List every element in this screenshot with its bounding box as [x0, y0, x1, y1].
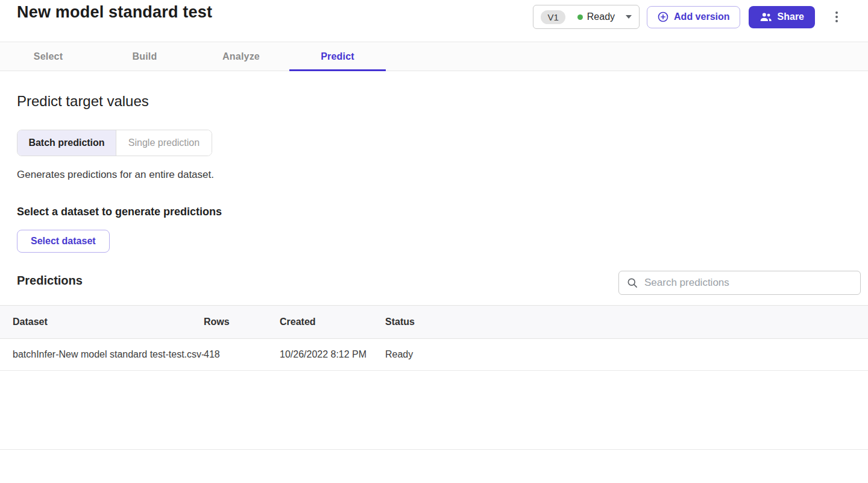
single-prediction-toggle[interactable]: Single prediction — [116, 130, 212, 156]
people-icon — [760, 11, 772, 22]
add-version-button[interactable]: Add version — [647, 6, 740, 28]
circle-plus-icon — [657, 11, 669, 23]
batch-prediction-toggle[interactable]: Batch prediction — [17, 130, 116, 156]
cell-dataset: batchInfer-New model standard test-test.… — [0, 349, 204, 360]
page-title: New model standard test — [17, 0, 212, 24]
predictions-table: Dataset Rows Created Status batchInfer-N… — [0, 305, 868, 371]
version-badge: V1 — [541, 10, 565, 24]
search-predictions-input[interactable] — [644, 277, 853, 289]
share-label: Share — [778, 11, 804, 22]
predict-panel: Predict target values Batch prediction S… — [0, 93, 868, 450]
tab-bar: Select Build Analyze Predict — [0, 42, 868, 71]
predictions-header-row: Predictions — [17, 271, 868, 295]
tab-select-label: Select — [34, 51, 63, 62]
batch-prediction-label: Batch prediction — [28, 137, 104, 148]
predictions-title: Predictions — [17, 274, 83, 288]
tab-predict-label: Predict — [321, 51, 354, 62]
column-header-created: Created — [280, 317, 385, 327]
tab-predict[interactable]: Predict — [289, 42, 386, 71]
select-dataset-heading: Select a dataset to generate predictions — [17, 206, 868, 218]
app-header: New model standard test V1 Ready Add ver… — [0, 0, 868, 42]
content-bottom-divider — [0, 371, 868, 450]
version-status-label: Ready — [587, 11, 615, 22]
tab-analyze-label: Analyze — [222, 51, 260, 62]
cell-status: Ready — [385, 349, 868, 360]
tab-build[interactable]: Build — [96, 42, 193, 71]
table-header-row: Dataset Rows Created Status — [0, 305, 868, 339]
status-ready-dot-icon — [577, 14, 583, 20]
tab-analyze[interactable]: Analyze — [193, 42, 289, 71]
search-icon — [626, 277, 638, 289]
tab-build-label: Build — [133, 51, 157, 62]
table-row[interactable]: batchInfer-New model standard test-test.… — [0, 339, 868, 371]
add-version-label: Add version — [674, 11, 729, 22]
active-tab-indicator — [289, 69, 386, 71]
search-box — [618, 271, 861, 295]
column-header-rows: Rows — [204, 317, 280, 327]
predict-section-title: Predict target values — [17, 93, 868, 110]
column-header-dataset: Dataset — [0, 317, 204, 327]
select-dataset-button[interactable]: Select dataset — [17, 230, 110, 253]
more-options-button[interactable] — [832, 8, 841, 26]
column-header-status: Status — [385, 317, 868, 327]
share-button[interactable]: Share — [749, 6, 815, 28]
cell-rows: 418 — [204, 349, 280, 360]
tab-select[interactable]: Select — [0, 42, 96, 71]
header-controls: V1 Ready Add version — [533, 5, 841, 29]
cell-created: 10/26/2022 8:12 PM — [280, 349, 385, 360]
version-selector[interactable]: V1 Ready — [533, 5, 640, 29]
mode-description: Generates predictions for an entire data… — [17, 169, 868, 181]
chevron-down-icon — [626, 15, 632, 19]
single-prediction-label: Single prediction — [128, 137, 200, 148]
prediction-mode-toggle: Batch prediction Single prediction — [17, 130, 212, 156]
